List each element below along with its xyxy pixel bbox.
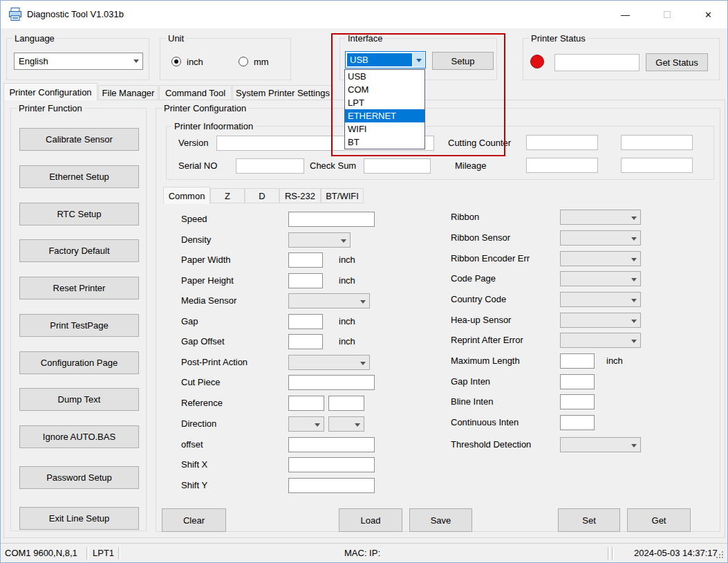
- cutting-counter-field-2[interactable]: [621, 135, 693, 150]
- bline-inten-label: Bline Inten: [451, 396, 493, 407]
- tab-file-manager[interactable]: File Manager: [98, 85, 158, 100]
- resize-grip[interactable]: [716, 551, 725, 560]
- interface-option-ethernet[interactable]: ETHERNET: [345, 109, 424, 122]
- chevron-down-icon: [341, 239, 346, 243]
- ribbon-encoder-err-label: Ribbon Encoder Err: [451, 253, 530, 264]
- exit-line-setup-button[interactable]: Exit Line Setup: [19, 507, 139, 530]
- reference-label: Reference: [181, 398, 223, 408]
- reset-printer-button[interactable]: Reset Printer: [19, 277, 139, 299]
- shift-x-input[interactable]: [288, 457, 375, 472]
- gap-offset-input[interactable]: [288, 334, 323, 349]
- unit-inch-label[interactable]: inch: [187, 57, 203, 67]
- interface-select[interactable]: USB: [345, 51, 426, 68]
- reference-input-x[interactable]: [288, 396, 324, 411]
- ribbon-encoder-err-select[interactable]: [560, 251, 641, 266]
- config-tab-d[interactable]: D: [245, 188, 279, 203]
- configuration-page-button[interactable]: Configuration Page: [19, 351, 139, 374]
- gap-label: Gap: [181, 316, 198, 326]
- load-button[interactable]: Load: [339, 508, 402, 532]
- rtc-setup-button[interactable]: RTC Setup: [19, 203, 139, 225]
- bline-inten-input[interactable]: [560, 394, 595, 409]
- speed-input[interactable]: [288, 212, 375, 227]
- gap-inten-input[interactable]: [560, 374, 595, 389]
- code-page-label: Code Page: [451, 273, 496, 284]
- interface-value: USB: [347, 53, 412, 66]
- save-button[interactable]: Save: [409, 508, 472, 532]
- maximize-icon: [664, 11, 671, 18]
- interface-dropdown-list: USB COM LPT ETHERNET WIFI BT: [344, 69, 425, 149]
- tab-command-tool[interactable]: Command Tool: [159, 85, 232, 100]
- language-select[interactable]: English: [14, 53, 143, 70]
- direction-select-2[interactable]: [328, 416, 364, 432]
- dump-text-button[interactable]: Dump Text: [19, 388, 139, 411]
- interface-option-usb[interactable]: USB: [345, 70, 424, 83]
- ignore-autobas-button[interactable]: Ignore AUTO.BAS: [19, 425, 139, 448]
- set-button[interactable]: Set: [558, 508, 620, 532]
- gap-offset-label: Gap Offset: [181, 336, 225, 347]
- code-page-select[interactable]: [560, 271, 641, 286]
- print-testpage-button[interactable]: Print TestPage: [19, 314, 139, 337]
- reference-input-y[interactable]: [328, 396, 364, 411]
- shift-y-input[interactable]: [288, 478, 375, 493]
- continuous-inten-input[interactable]: [560, 415, 595, 430]
- maximum-length-unit: inch: [606, 356, 623, 366]
- head-up-sensor-select[interactable]: [560, 313, 641, 328]
- interface-option-bt[interactable]: BT: [345, 136, 424, 149]
- interface-option-com[interactable]: COM: [345, 83, 424, 96]
- close-button[interactable]: ✕: [692, 1, 725, 28]
- post-print-action-select[interactable]: [288, 355, 370, 370]
- density-label: Density: [181, 234, 211, 245]
- maximum-length-input[interactable]: [560, 353, 595, 369]
- app-window: Diagnostic Tool V1.031b — ✕ Language Eng…: [0, 0, 728, 563]
- country-code-select[interactable]: [560, 292, 641, 307]
- get-status-button[interactable]: Get Status: [646, 53, 708, 71]
- direction-select-1[interactable]: [288, 416, 324, 432]
- unit-mm-radio[interactable]: [239, 57, 248, 66]
- statusbar-datetime: 2024-05-03 14:37:17: [634, 548, 718, 558]
- density-select[interactable]: [288, 232, 351, 248]
- media-sensor-select[interactable]: [288, 293, 370, 308]
- maximize-button[interactable]: [651, 1, 683, 28]
- ribbon-sensor-select[interactable]: [560, 230, 641, 246]
- statusbar-divider: [612, 547, 614, 560]
- serial-no-field[interactable]: [236, 158, 304, 174]
- cut-piece-input[interactable]: [288, 375, 375, 390]
- chevron-down-icon: [133, 59, 139, 63]
- language-group: Language English: [6, 38, 149, 80]
- calibrate-sensor-button[interactable]: Calibrate Sensor: [19, 128, 139, 151]
- ribbon-select[interactable]: [560, 210, 641, 225]
- config-tab-z[interactable]: Z: [210, 188, 245, 203]
- ethernet-setup-button[interactable]: Ethernet Setup: [19, 165, 139, 188]
- config-tab-rs232[interactable]: RS-232: [279, 188, 321, 203]
- password-setup-button[interactable]: Password Setup: [19, 466, 139, 489]
- factory-default-button[interactable]: Factory Default: [19, 239, 139, 262]
- unit-inch-radio[interactable]: [171, 57, 181, 66]
- mileage-field-2[interactable]: [621, 158, 693, 173]
- paper-height-input[interactable]: [288, 273, 323, 288]
- offset-input[interactable]: [288, 437, 375, 452]
- tab-system-printer-settings[interactable]: System Printer Settings: [232, 85, 333, 100]
- get-button[interactable]: Get: [627, 508, 691, 532]
- printer-status-field[interactable]: [554, 54, 640, 71]
- interface-option-lpt[interactable]: LPT: [345, 96, 424, 109]
- interface-option-wifi[interactable]: WIFI: [345, 122, 424, 136]
- gap-input[interactable]: [288, 314, 323, 329]
- check-sum-field[interactable]: [364, 158, 431, 174]
- mileage-label: Mileage: [455, 160, 487, 171]
- minimize-icon: —: [621, 10, 630, 20]
- threshold-detection-select[interactable]: [560, 437, 641, 452]
- config-tab-btwifi[interactable]: BT/WIFI: [321, 188, 364, 203]
- cutting-counter-label: Cutting Counter: [448, 138, 511, 148]
- mileage-field-1[interactable]: [526, 158, 598, 173]
- interface-dropdown-button[interactable]: [413, 53, 424, 67]
- clear-button[interactable]: Clear: [162, 508, 226, 532]
- chevron-down-icon: [355, 423, 360, 427]
- setup-button[interactable]: Setup: [432, 52, 494, 70]
- reprint-after-error-select[interactable]: [560, 333, 641, 348]
- tab-printer-configuration[interactable]: Printer Configuration: [3, 83, 97, 100]
- minimize-button[interactable]: —: [609, 1, 642, 28]
- unit-mm-label[interactable]: mm: [254, 57, 269, 67]
- config-tab-common[interactable]: Common: [163, 187, 210, 204]
- cutting-counter-field-1[interactable]: [526, 135, 598, 150]
- paper-width-input[interactable]: [288, 252, 323, 268]
